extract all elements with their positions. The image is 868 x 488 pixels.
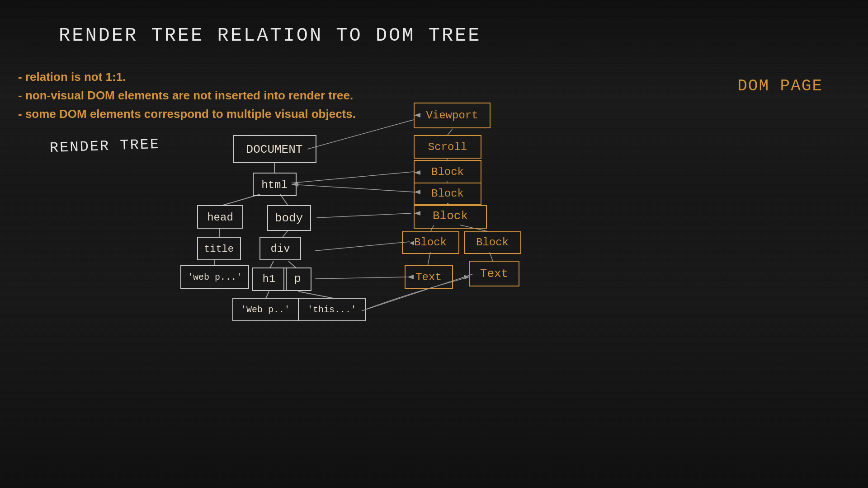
svg-line-14 — [315, 242, 410, 251]
svg-text:'this...': 'this...' — [307, 305, 356, 315]
svg-line-12 — [292, 184, 414, 192]
svg-text:div: div — [270, 243, 290, 255]
svg-text:body: body — [275, 211, 303, 225]
svg-text:Scroll: Scroll — [428, 141, 467, 153]
svg-line-9 — [298, 291, 333, 298]
svg-line-7 — [288, 261, 296, 268]
svg-text:p: p — [294, 272, 301, 286]
svg-marker-69 — [410, 241, 414, 245]
svg-line-11 — [292, 172, 414, 183]
svg-marker-68 — [414, 211, 420, 216]
svg-text:head: head — [207, 211, 233, 224]
svg-text:Block: Block — [431, 188, 464, 200]
svg-text:Block: Block — [476, 236, 509, 249]
svg-marker-65 — [414, 113, 420, 117]
svg-line-6 — [270, 261, 274, 268]
svg-text:Viewport: Viewport — [426, 109, 478, 122]
svg-line-13 — [316, 213, 411, 218]
svg-text:Block: Block — [431, 166, 464, 178]
svg-line-5 — [283, 230, 288, 237]
svg-line-15 — [315, 277, 407, 279]
svg-marker-70 — [407, 275, 414, 279]
svg-line-17 — [447, 129, 453, 136]
svg-text:h1: h1 — [263, 273, 276, 285]
svg-text:Text: Text — [480, 267, 508, 281]
svg-text:html: html — [261, 179, 288, 191]
svg-marker-66 — [414, 170, 420, 175]
svg-text:Text: Text — [415, 271, 442, 283]
svg-line-23 — [428, 252, 430, 266]
svg-text:DOCUMENT: DOCUMENT — [246, 143, 303, 156]
svg-text:title: title — [204, 244, 234, 255]
svg-text:Block: Block — [433, 209, 468, 223]
svg-text:'web p...': 'web p...' — [188, 272, 242, 282]
svg-text:'Web p..': 'Web p..' — [241, 305, 290, 315]
main-content: RENDER TREE RELATION TO DOM TREE - relat… — [0, 0, 868, 488]
svg-marker-67 — [414, 190, 420, 194]
diagram-svg: DOCUMENT html head body title 'web p...'… — [0, 0, 868, 488]
svg-line-8 — [266, 291, 269, 298]
svg-text:Block: Block — [414, 236, 447, 249]
svg-line-10 — [307, 120, 414, 149]
